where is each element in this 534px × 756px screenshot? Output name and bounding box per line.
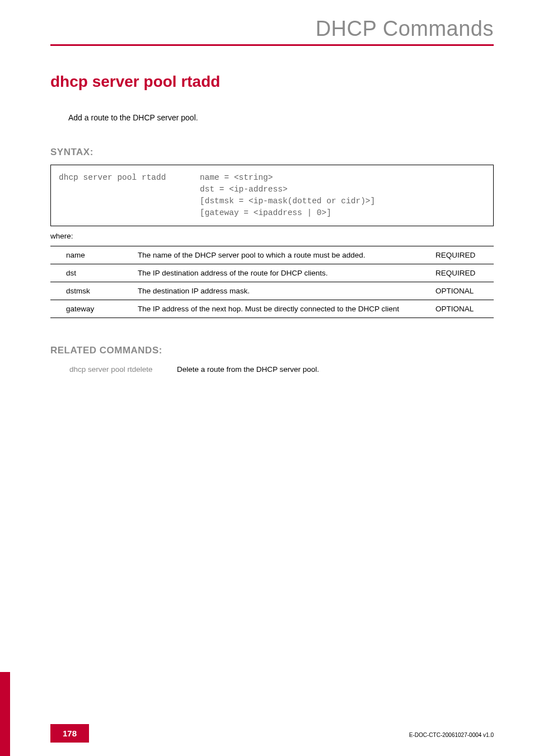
param-desc: The IP destination address of the route … xyxy=(134,264,432,282)
syntax-command: dhcp server pool rtadd xyxy=(59,172,200,184)
command-title: dhcp server pool rtadd xyxy=(50,73,494,91)
document-id: E-DOC-CTC-20061027-0004 v1.0 xyxy=(409,732,494,738)
param-req: OPTIONAL xyxy=(432,300,494,318)
param-name: name xyxy=(50,246,134,264)
related-commands-table: dhcp server pool rtdelete Delete a route… xyxy=(68,363,320,376)
side-accent-bar xyxy=(0,672,10,756)
param-name: dstmsk xyxy=(50,282,134,300)
syntax-args: name = <string> dst = <ip-address> [dstm… xyxy=(200,172,375,219)
header-title: DHCP Commands xyxy=(50,17,494,41)
page-footer: 178 E-DOC-CTC-20061027-0004 v1.0 xyxy=(0,725,534,743)
table-row: dst The IP destination address of the ro… xyxy=(50,264,494,282)
param-name: dst xyxy=(50,264,134,282)
page-content: DHCP Commands dhcp server pool rtadd Add… xyxy=(0,0,534,376)
param-desc: The destination IP address mask. xyxy=(134,282,432,300)
page-number: 178 xyxy=(50,724,89,743)
command-description: Add a route to the DHCP server pool. xyxy=(68,113,494,122)
page-header: DHCP Commands xyxy=(50,17,494,46)
table-row: dhcp server pool rtdelete Delete a route… xyxy=(69,364,319,375)
table-row: gateway The IP address of the next hop. … xyxy=(50,300,494,318)
params-table: name The name of the DHCP server pool to… xyxy=(50,246,494,318)
param-desc: The name of the DHCP server pool to whic… xyxy=(134,246,432,264)
table-row: dstmsk The destination IP address mask. … xyxy=(50,282,494,300)
table-row: name The name of the DHCP server pool to… xyxy=(50,246,494,264)
syntax-box: dhcp server pool rtaddname = <string> ds… xyxy=(50,165,494,226)
param-req: REQUIRED xyxy=(432,264,494,282)
param-req: REQUIRED xyxy=(432,246,494,264)
syntax-heading: SYNTAX: xyxy=(50,147,494,158)
param-name: gateway xyxy=(50,300,134,318)
related-command-name: dhcp server pool rtdelete xyxy=(69,364,176,375)
param-req: OPTIONAL xyxy=(432,282,494,300)
param-desc: The IP address of the next hop. Must be … xyxy=(134,300,432,318)
where-label: where: xyxy=(50,232,494,240)
related-heading: RELATED COMMANDS: xyxy=(50,345,494,356)
related-command-desc: Delete a route from the DHCP server pool… xyxy=(177,364,319,375)
